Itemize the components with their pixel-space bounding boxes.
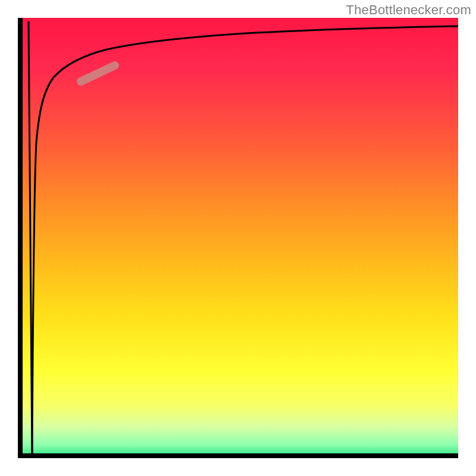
y-axis <box>18 18 23 458</box>
bottleneck-curve <box>32 26 458 455</box>
curve-initial-drop <box>29 21 32 455</box>
highlight-segment <box>81 65 115 82</box>
curve-layer <box>18 18 458 458</box>
chart-canvas: TheBottlenecker.com <box>0 0 476 476</box>
watermark-text: TheBottlenecker.com <box>346 2 471 18</box>
x-axis <box>18 453 458 458</box>
